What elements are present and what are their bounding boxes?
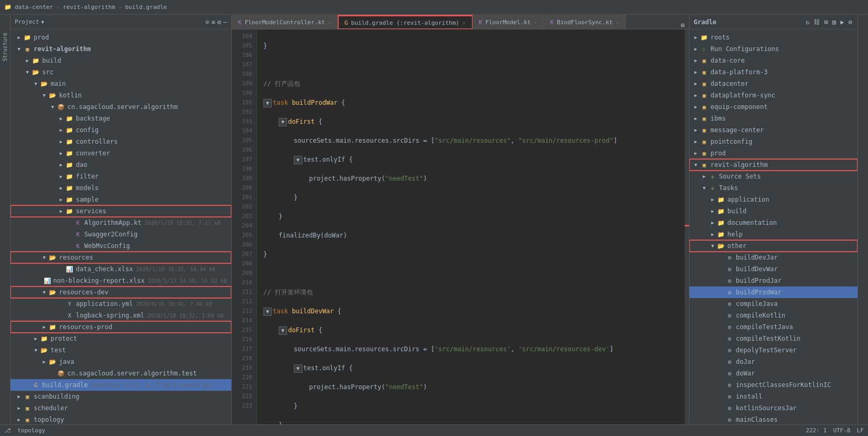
fold-190[interactable]: ▼ [294, 156, 302, 164]
gradle-item-depoly-test-server[interactable]: ⚙ depolyTestServer [689, 344, 857, 356]
tree-item-webmvc[interactable]: K WebMvcConfig [11, 240, 231, 252]
gradle-item-build-dev-war[interactable]: ⚙ buildDevWar [689, 263, 857, 275]
tree-arrow-test[interactable]: ▼ [32, 348, 40, 353]
tree-arrow-kotlin[interactable]: ▼ [40, 93, 48, 98]
tree-item-build[interactable]: ▶ 📁 build [11, 55, 231, 66]
expand-icon[interactable]: ⊞ [823, 17, 829, 27]
tree-item-test[interactable]: ▼ 📂 test [11, 344, 231, 356]
tree-item-application-yml[interactable]: Y application.yml 2020/6/16 10:41, 7.46 … [11, 298, 231, 310]
fold-188[interactable]: ▼ [279, 118, 287, 126]
tree-item-dao[interactable]: ▶ 📁 dao [11, 159, 231, 171]
breadcrumb-datacenter[interactable]: data-center [15, 4, 53, 11]
gradle-item-application[interactable]: ▶ 📁 application [689, 194, 857, 205]
dropdown-icon[interactable]: ▼ [41, 19, 44, 25]
tree-item-swagger[interactable]: K Swagger2Config [11, 229, 231, 240]
settings-icon[interactable]: ⚙ [218, 18, 221, 26]
tree-item-config[interactable]: ▶ 📁 config [11, 124, 231, 136]
tree-arrow-package[interactable]: ▼ [48, 104, 57, 110]
code-content[interactable]: } // 打产品包 ▼task buildProdWar { ▼doFirst … [257, 29, 685, 424]
gradle-item-message-center[interactable]: ▶ ▣ message-center [689, 124, 857, 136]
gradle-item-compile-test-kotlin[interactable]: ⚙ compileTestKotlin [689, 333, 857, 344]
tree-item-protect[interactable]: ▶ 📁 protect [11, 333, 231, 344]
fold-201[interactable]: ▼ [294, 364, 302, 373]
fold-187[interactable]: ▼ [263, 99, 272, 107]
tree-item-controllers[interactable]: ▶ 📁 controllers [11, 136, 231, 147]
tree-item-filter[interactable]: ▶ 📁 filter [11, 171, 231, 182]
tree-item-resources[interactable]: ▼ 📂 resources [11, 252, 231, 263]
gradle-item-build-prod-war[interactable]: ⚙ buildProdWar [689, 286, 857, 298]
encoding-label[interactable]: UTF-8 [833, 427, 851, 434]
gradle-item-compile-test-java[interactable]: ⚙ compileTestJava [689, 321, 857, 333]
tree-item-src[interactable]: ▼ 📂 src [11, 66, 231, 78]
tree-item-resources-dev[interactable]: ▼ 📂 resources-dev [11, 286, 231, 298]
fold-199[interactable]: ▼ [279, 326, 287, 335]
tree-item-test-package[interactable]: 📦 cn.sagacloud.server.algorithm.test [11, 368, 231, 379]
gradle-item-tasks[interactable]: ▼ ◈ Tasks [689, 182, 857, 194]
tab-close-3[interactable]: ✕ [534, 19, 537, 25]
gradle-item-build-dev-jar[interactable]: ⚙ buildDevJar [689, 252, 857, 263]
gradle-item-other[interactable]: ▼ 📂 other [689, 240, 857, 252]
structure-tab[interactable]: Structure [1, 31, 9, 63]
gradle-item-ibms[interactable]: ▶ ▣ ibms [689, 113, 857, 124]
breadcrumb-revit-algorithm[interactable]: revit-algorithm [63, 4, 115, 11]
tree-arrow-build[interactable]: ▶ [23, 58, 32, 63]
tree-item-services[interactable]: ▶ 📁 services [11, 205, 231, 217]
gradle-item-inspect-classes[interactable]: ⚙ inspectClassesForKotlinIC [689, 379, 857, 391]
gradle-item-data-platform[interactable]: ▶ ▣ data-platform-3 [689, 66, 857, 78]
tree-arrow-scheduler[interactable]: ▶ [15, 405, 23, 411]
tree-arrow-config[interactable]: ▶ [57, 127, 65, 133]
gradle-item-dojar[interactable]: ⚙ doJar [689, 356, 857, 368]
link-icon[interactable]: ⛓ [813, 17, 821, 27]
git-branch-label[interactable]: topology [17, 427, 45, 434]
tab-close-4[interactable]: ✕ [616, 19, 619, 25]
tree-arrow-main[interactable]: ▼ [32, 81, 40, 86]
filter-icon[interactable]: ▤ [831, 17, 837, 27]
tab-floor-model[interactable]: K FloorModel.kt ✕ [472, 15, 544, 29]
tree-item-data-check[interactable]: 📊 data_check.xlsx 2020/1/10 10:32, 14.94… [11, 263, 231, 275]
gradle-item-main-classes[interactable]: ⚙ mainClasses [689, 414, 857, 424]
settings-gradle-icon[interactable]: ⚙ [847, 17, 853, 27]
tree-arrow-prod[interactable]: ▶ [15, 35, 23, 40]
tree-arrow-scanbuilding[interactable]: ▶ [15, 394, 23, 399]
tree-item-logback[interactable]: X logback-spring.xml 2020/1/10 10:32, 3.… [11, 310, 231, 321]
tab-floor-model-controller[interactable]: K FloorModelController.kt ✕ [232, 15, 338, 29]
gradle-item-documentation[interactable]: ▶ 📁 documentation [689, 217, 857, 229]
tree-item-resources-prod[interactable]: ▶ 📁 resources-prod [11, 321, 231, 333]
split-icon[interactable]: ⊞ [681, 22, 685, 29]
fold-198[interactable]: ▼ [263, 308, 272, 316]
gradle-item-compile-java[interactable]: ⚙ compileJava [689, 298, 857, 310]
gradle-item-dowar[interactable]: ⚙ doWar [689, 368, 857, 379]
gradle-item-compile-kotlin[interactable]: ⚙ compileKotlin [689, 310, 857, 321]
gradle-item-prod[interactable]: ▶ ▣ prod [689, 147, 857, 159]
tree-arrow-backstage[interactable]: ▶ [57, 116, 65, 121]
tab-close-2[interactable]: ✕ [462, 20, 466, 26]
tree-arrow-converter[interactable]: ▶ [57, 151, 65, 156]
tree-arrow-src[interactable]: ▼ [23, 70, 32, 75]
tab-close-1[interactable]: ✕ [328, 19, 331, 25]
gradle-item-data-core[interactable]: ▶ ▣ data-core [689, 55, 857, 66]
line-ending-label[interactable]: LF [857, 427, 864, 434]
gradle-item-build-prod-jar[interactable]: ⚙ buildProdJar [689, 275, 857, 286]
tree-arrow-resources-prod[interactable]: ▶ [40, 324, 48, 330]
tree-arrow-java[interactable]: ▶ [40, 359, 48, 364]
tree-item-nonblocking[interactable]: 📊 non-blocking-report.xlsx 2020/5/13 14:… [11, 275, 231, 286]
tree-arrow-models[interactable]: ▶ [57, 185, 65, 191]
tree-item-package[interactable]: ▼ 📦 cn.sagacloud.server.algorithm [11, 101, 231, 113]
tab-bind-floor-sync[interactable]: K BindFloorSync.kt ✕ [544, 15, 626, 29]
refresh-icon[interactable]: ↻ [805, 17, 811, 27]
gradle-item-roots[interactable]: ▶ 📁 roots [689, 32, 857, 43]
collapse-icon[interactable]: ≡ [211, 18, 215, 26]
gradle-item-help[interactable]: ▶ 📁 help [689, 229, 857, 240]
tree-arrow-controllers[interactable]: ▶ [57, 139, 65, 144]
gradle-item-pointconfig[interactable]: ▶ ▣ pointconfig [689, 136, 857, 147]
tree-arrow-topology[interactable]: ▶ [15, 417, 23, 422]
gradle-item-build-tasks[interactable]: ▶ 📁 build [689, 205, 857, 217]
tree-item-scheduler[interactable]: ▶ ▣ scheduler [11, 402, 231, 414]
tree-item-topology[interactable]: ▶ ▣ topology [11, 414, 231, 424]
gradle-item-dataplatform-sync[interactable]: ▶ ▣ dataplatform-sync [689, 90, 857, 101]
tree-arrow-protect[interactable]: ▶ [32, 336, 40, 341]
gradle-item-datacenter[interactable]: ▶ ▣ datacenter [689, 78, 857, 90]
tree-arrow-services[interactable]: ▶ [57, 209, 65, 214]
gradle-item-source-sets[interactable]: ▶ ◈ Source Sets [689, 171, 857, 182]
tree-item-revit-algorithm[interactable]: ▼ ▣ revit-algorithm [11, 43, 231, 55]
